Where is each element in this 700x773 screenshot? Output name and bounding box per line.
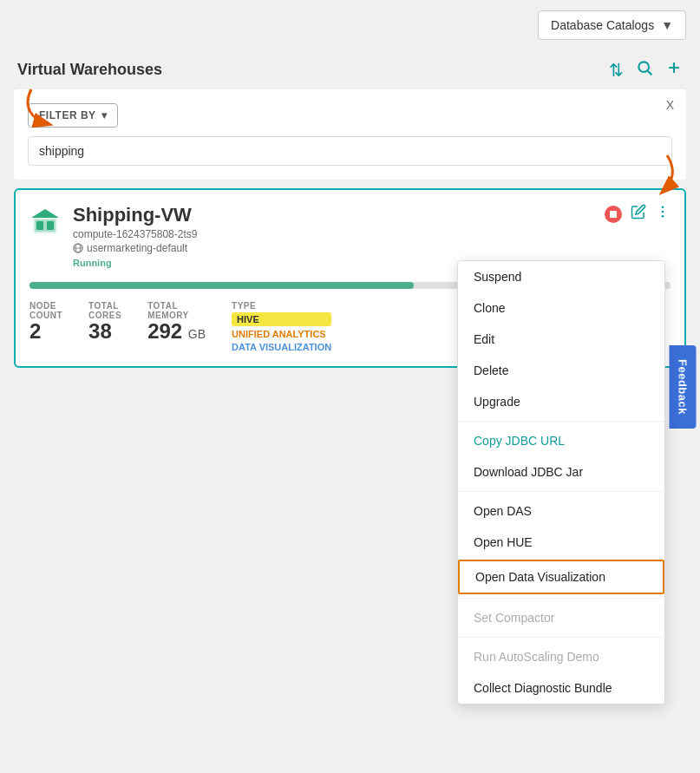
filter-close-button[interactable]: X [666, 98, 674, 112]
vw-card-left: Shipping-VW compute-1624375808-2ts9 user… [29, 204, 197, 270]
menu-item-set-compactor: Set Compactor [458, 602, 664, 633]
type-label: TYPE [232, 301, 331, 311]
total-memory-stat: TOTALMEMORY 292 GB [147, 301, 206, 352]
menu-divider-4 [458, 637, 664, 638]
node-count-stat: NODECOUNT 2 [29, 301, 62, 352]
total-cores-stat: TOTALCORES 38 [88, 301, 121, 352]
menu-item-open-dataviz[interactable]: Open Data Visualization [458, 560, 664, 594]
warehouse-icon [29, 206, 61, 243]
filter-by-label: FILTER BY [39, 109, 96, 121]
menu-item-copy-jdbc-url[interactable]: Copy JDBC URL [458, 425, 664, 456]
svg-rect-8 [36, 221, 43, 230]
status-badge: Running [73, 258, 112, 268]
hive-badge: HIVE [232, 312, 331, 326]
type-badges: HIVE UNIFIED ANALYTICS DATA VISUALIZATIO… [232, 312, 331, 352]
cluster-name: usermarketing-default [87, 242, 187, 254]
menu-item-open-das[interactable]: Open DAS [458, 495, 664, 527]
svg-point-16 [662, 215, 664, 218]
menu-item-suspend[interactable]: Suspend [458, 261, 664, 292]
sort-icon[interactable]: ⇅ [609, 60, 624, 81]
unified-badge: UNIFIED ANALYTICS [232, 329, 331, 339]
feedback-tab[interactable]: Feedback [670, 345, 697, 429]
node-count-value: 2 [29, 320, 62, 343]
vw-info: Shipping-VW compute-1624375808-2ts9 user… [73, 204, 197, 270]
dataviz-badge: DATA VISUALIZATION [232, 342, 331, 352]
more-options-button[interactable] [655, 204, 671, 224]
vw-card-actions [605, 204, 671, 224]
menu-item-clone[interactable]: Clone [458, 292, 664, 324]
vw-name: Shipping-VW [73, 204, 197, 226]
type-stat: TYPE HIVE UNIFIED ANALYTICS DATA VISUALI… [232, 301, 331, 352]
dropdown-label: Database Catalogs [551, 18, 654, 32]
svg-point-0 [638, 62, 649, 72]
menu-item-edit[interactable]: Edit [458, 324, 664, 355]
globe-icon [73, 243, 83, 253]
svg-point-15 [662, 211, 664, 213]
vw-cluster: usermarketing-default [73, 242, 197, 254]
menu-item-open-hue[interactable]: Open HUE [458, 527, 664, 558]
total-cores-value: 38 [88, 320, 121, 343]
filter-by-button[interactable]: FILTER BY ▾ [28, 103, 118, 128]
menu-item-download-jdbc-jar[interactable]: Download JDBC Jar [458, 456, 664, 488]
chevron-down-icon: ▼ [661, 18, 673, 32]
page-title: Virtual Warehouses [17, 61, 162, 79]
svg-point-14 [662, 206, 664, 208]
top-bar: Database Catalogs ▼ [0, 0, 700, 50]
menu-item-upgrade[interactable]: Upgrade [458, 386, 664, 417]
menu-item-collect-diagnostic[interactable]: Collect Diagnostic Bundle [458, 672, 664, 704]
menu-item-run-autoscaling: Run AutoScaling Demo [458, 641, 664, 672]
annotation-arrow-2 [615, 147, 684, 199]
total-memory-value: 292 GB [147, 320, 206, 343]
progress-bar-fill [29, 282, 414, 289]
context-menu: Suspend Clone Edit Delete Upgrade Copy J… [457, 260, 665, 704]
node-count-label: NODECOUNT [29, 301, 62, 320]
memory-unit: GB [188, 327, 206, 341]
header-icons: ⇅ [609, 59, 683, 81]
total-memory-label: TOTALMEMORY [147, 301, 206, 320]
menu-divider-1 [458, 421, 664, 422]
database-catalog-dropdown[interactable]: Database Catalogs ▼ [538, 10, 686, 40]
filter-box: X FILTER BY ▾ [14, 89, 686, 180]
svg-marker-10 [31, 209, 59, 218]
svg-line-1 [648, 71, 652, 75]
svg-rect-9 [47, 221, 54, 230]
stop-button[interactable] [605, 206, 622, 223]
search-icon[interactable] [636, 59, 653, 81]
add-button[interactable] [665, 59, 683, 81]
menu-divider-2 [458, 491, 664, 492]
search-input[interactable] [28, 136, 672, 166]
total-cores-label: TOTALCORES [88, 301, 121, 320]
vw-header: Virtual Warehouses ⇅ [14, 50, 686, 89]
vw-compute: compute-1624375808-2ts9 [73, 228, 197, 240]
filter-by-arrow-icon: ▾ [101, 109, 108, 121]
edit-button[interactable] [631, 204, 646, 224]
menu-divider-3 [458, 598, 664, 599]
menu-item-delete[interactable]: Delete [458, 355, 664, 386]
